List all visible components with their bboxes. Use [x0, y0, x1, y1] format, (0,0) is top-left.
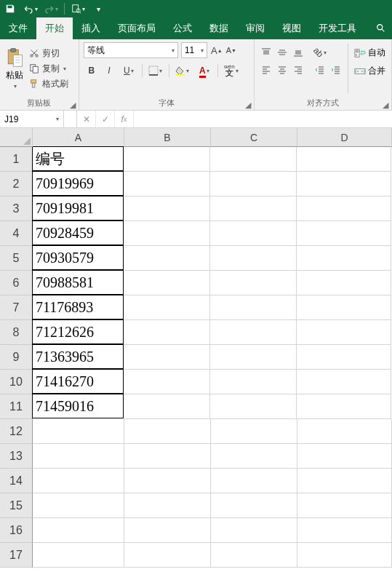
cell[interactable]: [297, 370, 391, 394]
cell[interactable]: [297, 221, 391, 246]
cell[interactable]: 70988581: [32, 270, 124, 295]
row-header[interactable]: 11: [0, 394, 33, 419]
row-header[interactable]: 10: [0, 370, 33, 394]
cell[interactable]: [211, 419, 297, 444]
customize-qat-icon[interactable]: ▾: [91, 1, 105, 16]
font-color-button[interactable]: A ▾: [194, 63, 215, 79]
align-right-icon[interactable]: [291, 63, 305, 77]
cell[interactable]: [124, 394, 210, 419]
cell[interactable]: [297, 394, 391, 419]
cell[interactable]: [210, 221, 297, 246]
align-left-icon[interactable]: [259, 63, 273, 77]
format-painter-button[interactable]: 格式刷: [28, 77, 70, 91]
row-header[interactable]: 16: [0, 518, 33, 543]
cell[interactable]: [124, 221, 210, 246]
cell[interactable]: [124, 345, 210, 370]
cell[interactable]: [297, 518, 392, 543]
row-header[interactable]: 2: [0, 172, 33, 196]
cell[interactable]: 71416270: [32, 369, 124, 394]
row-header[interactable]: 13: [0, 444, 33, 469]
column-header[interactable]: A: [33, 128, 124, 147]
cell[interactable]: [124, 419, 211, 444]
cell[interactable]: [33, 493, 124, 518]
font-launcher-icon[interactable]: ◢: [244, 100, 252, 109]
row-header[interactable]: 17: [0, 543, 33, 568]
cell[interactable]: [210, 295, 297, 320]
cell[interactable]: [124, 469, 211, 493]
cell[interactable]: [211, 469, 297, 493]
cut-button[interactable]: 剪切: [28, 47, 70, 60]
tab-formulas[interactable]: 公式: [164, 17, 201, 39]
formula-input[interactable]: [134, 111, 392, 127]
cell[interactable]: [210, 394, 297, 419]
paste-button[interactable]: 粘贴 ▾: [4, 42, 28, 95]
clipboard-launcher-icon[interactable]: ◢: [68, 100, 77, 109]
tab-dev[interactable]: 开发工具: [310, 17, 365, 39]
cell[interactable]: [297, 147, 391, 172]
orientation-icon[interactable]: ab▾: [313, 45, 327, 60]
cell[interactable]: [124, 543, 211, 568]
cell[interactable]: [210, 172, 297, 196]
cell[interactable]: [124, 172, 210, 196]
column-header[interactable]: D: [297, 128, 392, 147]
fill-color-button[interactable]: ▾: [172, 63, 193, 79]
cell[interactable]: [33, 469, 124, 493]
cell[interactable]: [210, 370, 297, 394]
merge-center-button[interactable]: 合并: [353, 63, 387, 79]
cell[interactable]: [297, 493, 392, 518]
align-center-icon[interactable]: [275, 63, 289, 77]
row-header[interactable]: 12: [0, 419, 33, 444]
tab-insert[interactable]: 插入: [73, 17, 109, 39]
cell[interactable]: [124, 246, 210, 271]
cell[interactable]: [124, 320, 210, 345]
row-header[interactable]: 8: [0, 320, 33, 345]
decrease-font-icon[interactable]: A▼: [225, 43, 238, 57]
font-size-select[interactable]: 11▾: [181, 42, 207, 58]
increase-indent-icon[interactable]: [329, 63, 343, 77]
cell[interactable]: [210, 147, 297, 172]
row-header[interactable]: 1: [0, 147, 33, 172]
cell[interactable]: [124, 295, 210, 320]
cell[interactable]: [297, 543, 392, 568]
cell[interactable]: [211, 543, 297, 568]
cell[interactable]: [124, 444, 211, 469]
cell[interactable]: [297, 246, 391, 271]
cell[interactable]: [210, 271, 297, 295]
cell[interactable]: [124, 518, 211, 543]
cell[interactable]: [210, 345, 297, 370]
cell[interactable]: [297, 444, 392, 469]
tab-data[interactable]: 数据: [201, 17, 237, 39]
borders-button[interactable]: ▾: [145, 63, 166, 79]
undo-icon[interactable]: ▾: [23, 1, 38, 16]
row-header[interactable]: 9: [0, 345, 33, 370]
font-name-select[interactable]: 等线▾: [84, 42, 178, 58]
tab-home[interactable]: 开始: [36, 17, 73, 39]
cell[interactable]: [297, 172, 391, 196]
cell[interactable]: [211, 493, 297, 518]
cell[interactable]: [211, 518, 297, 543]
cell[interactable]: 70919981: [32, 196, 124, 221]
cell[interactable]: [210, 320, 297, 345]
row-header[interactable]: 4: [0, 221, 33, 246]
cell[interactable]: [210, 246, 297, 271]
cell[interactable]: 70928459: [32, 221, 124, 245]
save-icon[interactable]: [3, 1, 17, 16]
select-all-corner[interactable]: [0, 128, 33, 147]
cell[interactable]: [211, 444, 297, 469]
cell[interactable]: [297, 345, 391, 370]
cell[interactable]: 71212626: [32, 319, 124, 344]
align-bottom-icon[interactable]: [291, 45, 305, 60]
tell-me-search-icon[interactable]: [370, 17, 392, 39]
underline-button[interactable]: U▾: [119, 63, 139, 79]
column-header[interactable]: B: [124, 128, 211, 147]
row-header[interactable]: 15: [0, 493, 33, 518]
row-header[interactable]: 6: [0, 271, 33, 295]
tab-view[interactable]: 视图: [273, 17, 310, 39]
tab-review[interactable]: 审阅: [237, 17, 273, 39]
cell[interactable]: [124, 196, 210, 221]
print-preview-icon[interactable]: ▾: [71, 1, 85, 16]
cell[interactable]: [297, 419, 392, 444]
bold-button[interactable]: B: [84, 63, 100, 79]
cell[interactable]: [124, 147, 210, 172]
cell[interactable]: 70930579: [32, 245, 124, 270]
